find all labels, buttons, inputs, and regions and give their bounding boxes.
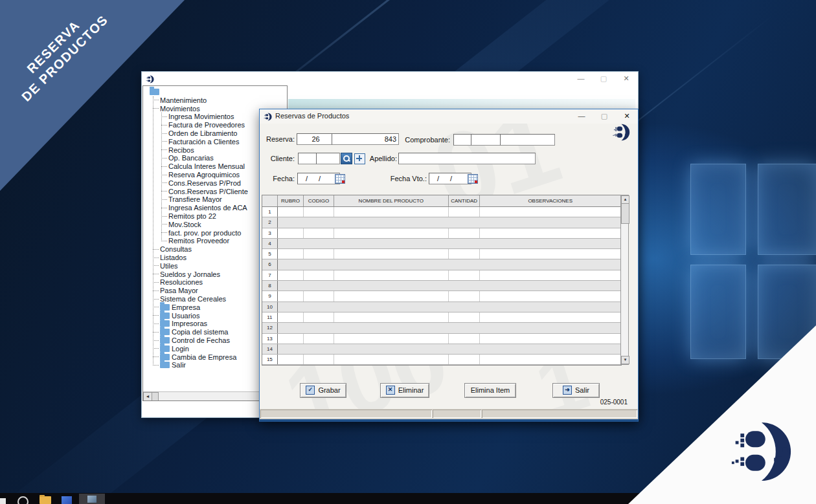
table-cell[interactable]: [304, 239, 334, 248]
table-cell[interactable]: [278, 239, 304, 248]
table-cell[interactable]: [448, 281, 479, 290]
table-cell[interactable]: [479, 302, 621, 312]
table-cell[interactable]: [304, 270, 334, 280]
grabar-button[interactable]: ✓Grabar: [300, 383, 346, 398]
table-cell[interactable]: [449, 207, 480, 217]
maximize-button[interactable]: ▢: [598, 74, 609, 84]
table-row[interactable]: 15: [262, 355, 621, 365]
table-cell[interactable]: [304, 281, 334, 290]
fecha-field[interactable]: / /: [297, 173, 340, 184]
table-cell[interactable]: [304, 312, 334, 322]
table-cell[interactable]: [334, 207, 449, 217]
table-cell[interactable]: [449, 249, 480, 259]
table-cell[interactable]: [334, 249, 449, 259]
cortana-search-icon[interactable]: [17, 496, 28, 504]
table-cell[interactable]: [278, 355, 304, 364]
table-row[interactable]: 8: [262, 281, 621, 291]
table-cell[interactable]: [479, 239, 621, 248]
cliente-field-1[interactable]: [298, 153, 317, 164]
table-cell[interactable]: [480, 249, 621, 259]
fecha-calendar-icon[interactable]: [335, 174, 345, 184]
table-cell[interactable]: [479, 281, 621, 290]
table-cell[interactable]: [278, 323, 304, 333]
fecha-vto-field[interactable]: / /: [429, 173, 471, 184]
salir-button[interactable]: ➜Salir: [552, 383, 600, 398]
table-cell[interactable]: [304, 249, 334, 259]
table-cell[interactable]: [479, 259, 621, 269]
table-row[interactable]: 4: [262, 239, 621, 249]
close-button[interactable]: ✕: [621, 74, 631, 84]
table-cell[interactable]: [278, 259, 304, 269]
table-cell[interactable]: [334, 228, 449, 238]
table-cell[interactable]: [304, 217, 334, 227]
table-cell[interactable]: [334, 259, 449, 269]
table-cell[interactable]: [448, 259, 479, 269]
table-row[interactable]: 6: [262, 259, 621, 270]
table-cell[interactable]: [334, 239, 449, 248]
table-cell[interactable]: [448, 217, 479, 227]
table-cell[interactable]: [479, 217, 621, 227]
table-cell[interactable]: [480, 312, 621, 322]
table-cell[interactable]: [448, 344, 479, 354]
table-row[interactable]: 1: [262, 207, 621, 217]
table-cell[interactable]: [334, 355, 449, 364]
elimina-item-button[interactable]: Elimina Item: [464, 383, 516, 398]
table-cell[interactable]: [334, 281, 449, 290]
eliminar-button[interactable]: ✕Eliminar: [380, 383, 429, 398]
reserva-number-field-1[interactable]: 26: [297, 133, 335, 145]
fecha-vto-calendar-icon[interactable]: [468, 174, 478, 184]
table-cell[interactable]: [449, 334, 480, 344]
table-cell[interactable]: [448, 239, 479, 248]
table-row[interactable]: 9: [262, 291, 621, 301]
table-cell[interactable]: [278, 217, 304, 227]
table-cell[interactable]: [334, 270, 449, 280]
table-cell[interactable]: [304, 344, 334, 354]
table-cell[interactable]: [449, 312, 480, 322]
table-cell[interactable]: [304, 323, 334, 333]
table-cell[interactable]: [278, 228, 304, 238]
comprobante-field-3[interactable]: [500, 134, 555, 146]
table-cell[interactable]: [449, 355, 480, 364]
table-cell[interactable]: [449, 270, 480, 280]
tree-root-node[interactable]: [143, 88, 287, 96]
table-cell[interactable]: [334, 291, 449, 301]
table-cell[interactable]: [304, 259, 334, 269]
table-cell[interactable]: [278, 291, 304, 301]
table-cell[interactable]: [479, 344, 621, 354]
table-cell[interactable]: [448, 323, 479, 333]
table-row[interactable]: 12: [262, 323, 621, 333]
table-cell[interactable]: [278, 344, 304, 354]
main-window-titlebar[interactable]: — ▢ ✕: [142, 72, 638, 86]
table-cell[interactable]: [278, 281, 304, 290]
minimize-button[interactable]: —: [576, 74, 586, 84]
table-row[interactable]: 10: [262, 302, 621, 312]
table-cell[interactable]: [304, 302, 334, 312]
table-cell[interactable]: [334, 323, 449, 333]
add-client-button[interactable]: [354, 153, 365, 164]
file-explorer-icon[interactable]: [40, 496, 51, 504]
table-cell[interactable]: [304, 355, 334, 364]
table-row[interactable]: 2: [262, 217, 621, 228]
scrollbar-thumb[interactable]: [621, 203, 629, 224]
close-button[interactable]: ✕: [622, 111, 632, 122]
table-cell[interactable]: [334, 344, 449, 354]
apellido-field[interactable]: [398, 153, 536, 164]
table-cell[interactable]: [449, 291, 480, 301]
comprobante-field-1[interactable]: [453, 134, 472, 146]
minimize-button[interactable]: —: [576, 111, 587, 122]
table-cell[interactable]: [334, 312, 449, 322]
table-vertical-scrollbar[interactable]: ▲ ▼: [620, 195, 629, 365]
table-cell[interactable]: [480, 355, 621, 364]
table-cell[interactable]: [334, 217, 449, 227]
app-window-blue-icon[interactable]: [62, 496, 72, 504]
table-cell[interactable]: [278, 207, 304, 217]
dialog-titlebar[interactable]: Reservas de Productos — ▢ ✕: [260, 109, 638, 124]
table-cell[interactable]: [304, 291, 334, 301]
active-app-taskbar-button[interactable]: [79, 494, 105, 504]
table-cell[interactable]: [278, 312, 304, 322]
comprobante-field-2[interactable]: [471, 134, 501, 146]
table-row[interactable]: 13: [262, 334, 621, 344]
table-cell[interactable]: [278, 249, 304, 259]
table-cell[interactable]: [448, 302, 479, 312]
scroll-left-arrow-icon[interactable]: ◄: [143, 392, 152, 401]
